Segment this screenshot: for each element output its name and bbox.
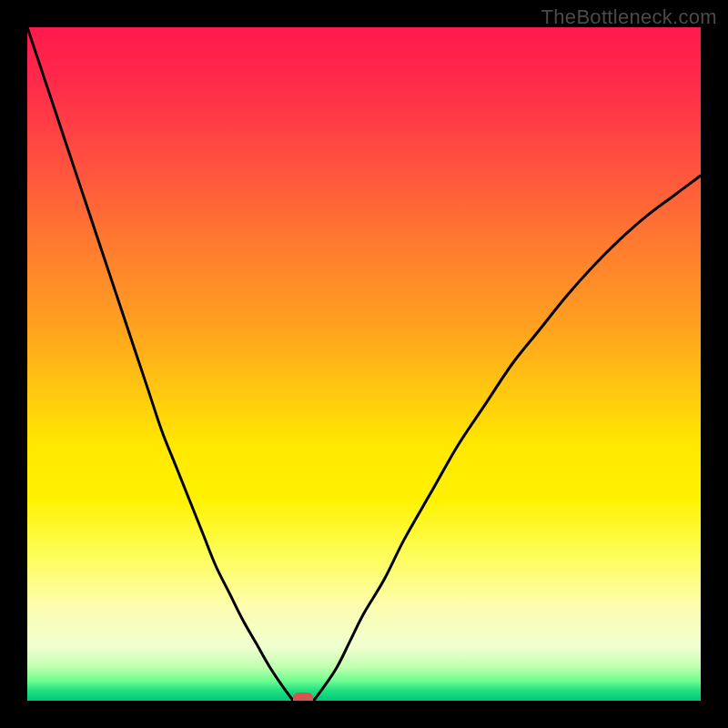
- plot-area: [27, 27, 701, 701]
- curves-svg: [27, 27, 701, 701]
- right-curve-path: [314, 176, 702, 701]
- chart-frame: TheBottleneck.com: [0, 0, 728, 728]
- watermark-text: TheBottleneck.com: [541, 5, 717, 29]
- left-curve-path: [27, 27, 293, 701]
- bottleneck-marker: [293, 693, 313, 701]
